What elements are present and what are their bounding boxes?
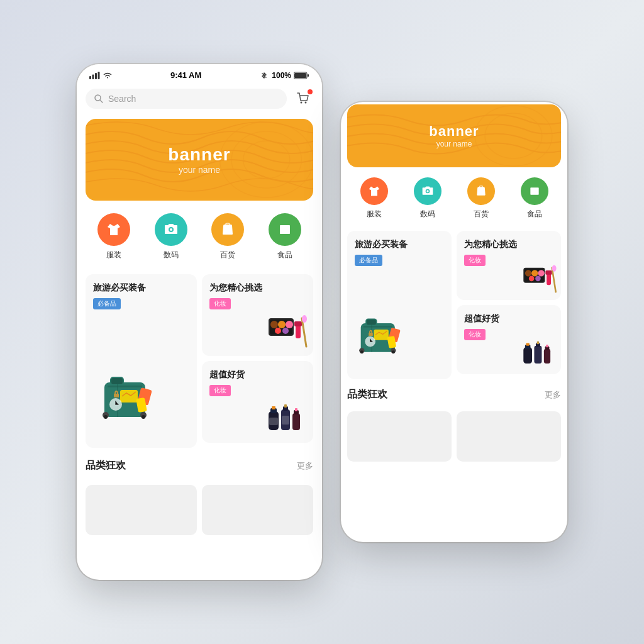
category-clothes[interactable]: 服装	[97, 213, 130, 260]
category-food-label: 食品	[277, 250, 292, 260]
s-category-clothes-label: 服装	[367, 209, 382, 219]
svg-rect-58	[531, 193, 538, 194]
section-header: 品类狂欢 更多	[77, 453, 322, 476]
s-promo-deals[interactable]: 超值好货 化妆	[457, 305, 561, 374]
category-digital-icon	[155, 213, 187, 246]
makeup-illustration	[265, 315, 309, 352]
cart-button[interactable]	[293, 89, 313, 109]
promo-card-deals[interactable]: 超值好货 化妆	[202, 361, 313, 443]
s-item-grid-preview	[341, 409, 567, 467]
svg-rect-57	[535, 190, 537, 192]
food-icon	[277, 222, 292, 237]
banner[interactable]: banner your name	[86, 119, 313, 201]
s-promo-makeup[interactable]: 为您精心挑选 化妆	[457, 231, 561, 300]
banner-title-small: banner	[429, 123, 479, 140]
s-travel-bag	[350, 308, 413, 373]
svg-point-74	[525, 270, 531, 276]
s-category-clothes[interactable]: 服装	[360, 177, 388, 219]
category-clothes-icon	[97, 213, 130, 246]
svg-rect-16	[286, 228, 289, 230]
s-promo-travel-title: 旅游必买装备	[355, 238, 444, 250]
svg-rect-39	[294, 321, 302, 326]
category-food[interactable]: 食品	[269, 213, 301, 260]
s-item-preview-2[interactable]	[457, 411, 561, 462]
svg-rect-79	[547, 273, 551, 285]
svg-rect-55	[479, 190, 483, 191]
svg-line-8	[100, 100, 103, 103]
categories-small: 服装 数码 百货	[341, 172, 567, 226]
svg-point-24	[104, 415, 108, 419]
svg-rect-80	[545, 270, 552, 275]
promo-travel-title: 旅游必买装备	[93, 282, 189, 293]
s-section-more[interactable]: 更多	[545, 389, 561, 401]
s-cat-goods-icon	[467, 177, 495, 205]
svg-point-33	[270, 321, 278, 328]
svg-point-76	[538, 270, 544, 276]
svg-rect-56	[531, 190, 534, 192]
category-goods[interactable]: 百货	[211, 213, 244, 260]
promo-grid-small: 旅游必买装备 必备品	[347, 231, 561, 379]
promo-card-makeup[interactable]: 为您精心挑选 化妆	[202, 274, 313, 356]
svg-point-25	[142, 415, 145, 419]
svg-rect-47	[284, 404, 287, 408]
category-digital[interactable]: 数码	[155, 213, 187, 260]
category-goods-label: 百货	[220, 250, 235, 260]
makeup-svg	[265, 315, 309, 350]
camera-icon	[164, 222, 179, 237]
svg-point-37	[282, 328, 289, 334]
svg-point-82	[552, 265, 557, 271]
s-category-goods-label: 百货	[474, 209, 489, 219]
promo-travel-tag: 必备品	[93, 298, 121, 309]
svg-rect-91	[546, 345, 548, 347]
promo-right-col: 为您精心挑选 化妆	[202, 274, 313, 443]
banner-small[interactable]: banner your name	[347, 104, 561, 167]
s-perfume-illus	[521, 339, 558, 372]
s-category-food[interactable]: 食品	[521, 177, 548, 219]
bag-icon	[220, 222, 235, 237]
s-makeup-tag: 化妆	[464, 255, 486, 266]
status-right: 100%	[259, 71, 309, 80]
svg-rect-6	[308, 74, 309, 77]
wifi-icon	[103, 72, 113, 79]
status-left	[89, 72, 113, 79]
bluetooth-icon	[259, 72, 269, 79]
section-title: 品类狂欢	[86, 459, 126, 472]
section-more[interactable]: 更多	[297, 460, 313, 472]
svg-point-13	[243, 141, 290, 179]
promo-makeup-tag: 化妆	[209, 298, 231, 309]
s-deals-tag: 化妆	[464, 329, 486, 340]
svg-point-10	[305, 102, 307, 104]
svg-point-75	[531, 270, 538, 276]
promo-makeup-title: 为您精心挑选	[209, 282, 306, 293]
svg-rect-2	[95, 73, 97, 79]
svg-point-34	[278, 321, 286, 328]
promo-card-travel[interactable]: 旅游必买装备 必备品	[86, 274, 197, 448]
svg-rect-52	[282, 416, 289, 425]
svg-point-41	[302, 315, 307, 323]
svg-rect-3	[98, 72, 100, 79]
s-category-goods[interactable]: 百货	[467, 177, 495, 219]
item-preview-1[interactable]	[86, 485, 197, 535]
svg-rect-48	[292, 413, 300, 430]
s-makeup-title: 为您精心挑选	[464, 238, 553, 250]
svg-rect-27	[114, 394, 119, 397]
svg-point-35	[286, 321, 293, 328]
s-perfume-svg	[521, 339, 558, 369]
clothes-icon	[106, 222, 121, 237]
s-makeup-svg	[521, 265, 558, 295]
banner-title: banner	[168, 145, 230, 165]
s-travel-svg	[350, 308, 413, 370]
phone-small: banner your name 服装 数码	[341, 102, 567, 542]
s-deals-title: 超值好货	[464, 313, 553, 324]
signal-icon	[89, 72, 100, 79]
s-promo-card-travel[interactable]: 旅游必买装备 必备品	[347, 231, 452, 379]
item-preview-2[interactable]	[202, 485, 313, 535]
category-digital-label: 数码	[164, 250, 179, 260]
s-promo-right-col: 为您精心挑选 化妆	[457, 231, 561, 374]
s-item-preview-1[interactable]	[347, 411, 452, 462]
s-makeup-illus	[521, 265, 558, 297]
promo-deals-tag: 化妆	[209, 385, 231, 396]
search-input-wrap[interactable]: Search	[86, 89, 287, 109]
svg-point-36	[275, 328, 281, 334]
s-category-digital[interactable]: 数码	[414, 177, 441, 219]
